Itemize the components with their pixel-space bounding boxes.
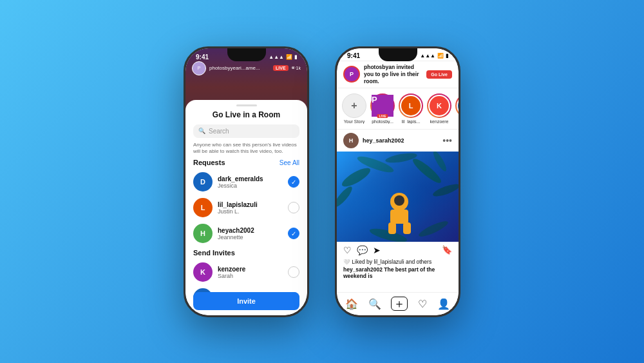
user-avatar-heyach2002: H xyxy=(193,224,213,243)
post-image xyxy=(337,152,459,242)
svg-point-4 xyxy=(431,181,459,198)
info-text: Anyone who can see this person's live vi… xyxy=(193,142,299,155)
battery-icon: ▮ xyxy=(294,54,297,60)
live-header: P photosbyyeari...ame... LIVE 👁 1k xyxy=(185,61,307,75)
svg-rect-10 xyxy=(390,210,408,224)
story-avatar-your-story: + xyxy=(342,93,366,118)
send-invites-label: Send Invites xyxy=(193,249,235,257)
check-heyach2002[interactable]: ✓ xyxy=(288,228,299,239)
send-invites-header: Send Invites xyxy=(193,249,299,257)
status-icons-phone2: ▲▲▲ 📶 ▮ xyxy=(420,53,448,59)
user-row-dark-emeralds[interactable]: D dark_emeralds Jessica ✓ xyxy=(185,169,307,195)
username-kenzoere: kenzoere xyxy=(218,266,283,273)
phone-instagram-feed: 9:41 ▲▲▲ 📶 ▮ P photosbyan invited you to… xyxy=(335,46,460,317)
story-avatar-kenzoere: K xyxy=(427,93,451,118)
wifi-icon: 📶 xyxy=(286,54,292,60)
sheet-title: Go Live in a Room xyxy=(185,110,307,119)
story-avatar-dark-e: D xyxy=(455,93,459,118)
check-dark-emeralds[interactable]: ✓ xyxy=(288,176,299,188)
eye-icon: 👁 xyxy=(291,66,296,70)
story-inner-dark-e: D xyxy=(457,95,459,117)
user-sub-kenzoere: Sarah xyxy=(218,273,283,279)
live-viewers-count: 👁 1k xyxy=(291,66,301,70)
caption-username[interactable]: hey_sarah2002 xyxy=(343,266,383,273)
story-label-your-story: Your Story xyxy=(344,119,365,124)
story-item-your-story[interactable]: + Your Story xyxy=(342,93,366,124)
post-username[interactable]: hey_sarah2002 xyxy=(363,137,439,144)
post-more-options[interactable]: ••• xyxy=(442,136,452,145)
post-actions: ♡ 💬 ➤ 🔖 xyxy=(337,242,459,259)
invite-button[interactable]: Invite xyxy=(193,292,299,310)
story-item-lil-lapis[interactable]: L lil_lapis... xyxy=(399,93,423,124)
search-box[interactable]: 🔍 Search xyxy=(193,124,299,138)
go-live-action-button[interactable]: Go Live xyxy=(426,70,452,79)
signal-icon: ▲▲▲ xyxy=(269,54,284,60)
story-inner-kenzoere: K xyxy=(428,95,450,117)
like-action-icon[interactable]: ♡ xyxy=(343,245,352,255)
live-story-badge: LIVE xyxy=(377,114,388,118)
username-dark-emeralds: dark_emeralds xyxy=(218,175,283,182)
user-row-lil-lapislazuli[interactable]: L lil_lapislazuli Justin L. xyxy=(185,195,307,221)
live-badge: LIVE xyxy=(273,65,289,71)
phone-go-live: 9:41 ▲▲▲ 📶 ▮ P photosbyyeari...ame... LI… xyxy=(184,46,309,317)
story-label-kenzoere: kenzoere xyxy=(430,119,449,124)
story-item-kenzoere[interactable]: K kenzoere xyxy=(427,93,451,124)
nav-likes-icon[interactable]: ♡ xyxy=(418,298,427,310)
battery-icon-p2: ▮ xyxy=(446,53,448,59)
bottom-navigation: 🏠 🔍 ＋ ♡ 👤 xyxy=(337,292,459,315)
search-placeholder: Search xyxy=(209,128,229,135)
nav-search-icon[interactable]: 🔍 xyxy=(368,298,381,310)
phone2-screen: 9:41 ▲▲▲ 📶 ▮ P photosbyan invited you to… xyxy=(337,48,459,315)
requests-section-header: Requests See All xyxy=(193,159,299,166)
story-item-photosbyan[interactable]: P LIVE photosby... xyxy=(370,93,395,124)
nav-profile-icon[interactable]: 👤 xyxy=(437,298,450,310)
live-host-username: photosbyyeari...ame... xyxy=(209,65,273,71)
check-lil-lapislazuli[interactable] xyxy=(288,202,299,213)
username-lil-lapislazuli: lil_lapislazuli xyxy=(218,201,283,208)
svg-rect-12 xyxy=(403,222,411,234)
leaf-decoration xyxy=(337,152,459,242)
post-likes: 🤍 Liked by lil_lapislazuli and others xyxy=(337,259,459,266)
user-info-heyach2002: heyach2002 Jeannette xyxy=(218,227,283,240)
user-avatar-lil-lapislazuli: L xyxy=(193,198,213,217)
user-sub-dark-emeralds: Jessica xyxy=(218,182,283,189)
time-phone2: 9:41 xyxy=(347,52,360,59)
story-inner-lil-lapis: L xyxy=(400,95,422,117)
svg-point-5 xyxy=(431,152,449,173)
status-bar-phone1: 9:41 ▲▲▲ 📶 ▮ xyxy=(185,50,307,62)
notification-avatar: P xyxy=(343,66,360,83)
post-header: H hey_sarah2002 ••• xyxy=(337,130,459,152)
post-user-avatar: H xyxy=(343,133,359,148)
story-avatar-lil-lapis: L xyxy=(399,93,423,118)
requests-label: Requests xyxy=(193,159,225,166)
stories-row: + Your Story P LIVE photosby... L lil_la… xyxy=(337,88,459,130)
phone1-screen: 9:41 ▲▲▲ 📶 ▮ P photosbyyeari...ame... LI… xyxy=(185,48,307,315)
bookmark-action-icon[interactable]: 🔖 xyxy=(442,245,452,255)
check-kenzoere[interactable] xyxy=(288,266,299,278)
nav-home-icon[interactable]: 🏠 xyxy=(345,298,358,310)
post-caption: hey_sarah2002 The best part of the weeke… xyxy=(337,266,459,282)
live-notification-header: P photosbyan invited you to go live in t… xyxy=(337,61,459,88)
user-row-heyach2002[interactable]: H heyach2002 Jeannette ✓ xyxy=(185,221,307,246)
see-all-button[interactable]: See All xyxy=(279,159,299,166)
svg-point-0 xyxy=(339,164,372,190)
story-inner-photosbyan: P xyxy=(372,95,393,117)
story-avatar-photosbyan: P LIVE xyxy=(370,93,395,118)
user-avatar-kenzoere: K xyxy=(193,262,213,282)
story-label-lil-lapis: lil_lapis... xyxy=(402,119,421,124)
comment-action-icon[interactable]: 💬 xyxy=(357,245,368,255)
search-icon: 🔍 xyxy=(198,128,205,134)
svg-rect-11 xyxy=(388,222,396,234)
username-heyach2002: heyach2002 xyxy=(218,227,283,234)
svg-point-8 xyxy=(417,219,450,239)
status-bar-phone2: 9:41 ▲▲▲ 📶 ▮ xyxy=(337,48,459,61)
share-action-icon[interactable]: ➤ xyxy=(373,245,381,255)
user-info-lil-lapislazuli: lil_lapislazuli Justin L. xyxy=(218,201,283,215)
user-row-kenzoere[interactable]: K kenzoere Sarah xyxy=(185,259,307,285)
time-phone1: 9:41 xyxy=(196,54,209,61)
svg-point-6 xyxy=(384,152,417,164)
nav-create-icon[interactable]: ＋ xyxy=(391,297,408,311)
user-info-dark-emeralds: dark_emeralds Jessica xyxy=(218,175,283,189)
story-item-dark-e[interactable]: D dark_e... xyxy=(455,93,459,124)
story-label-photosbyan: photosby... xyxy=(372,119,393,124)
